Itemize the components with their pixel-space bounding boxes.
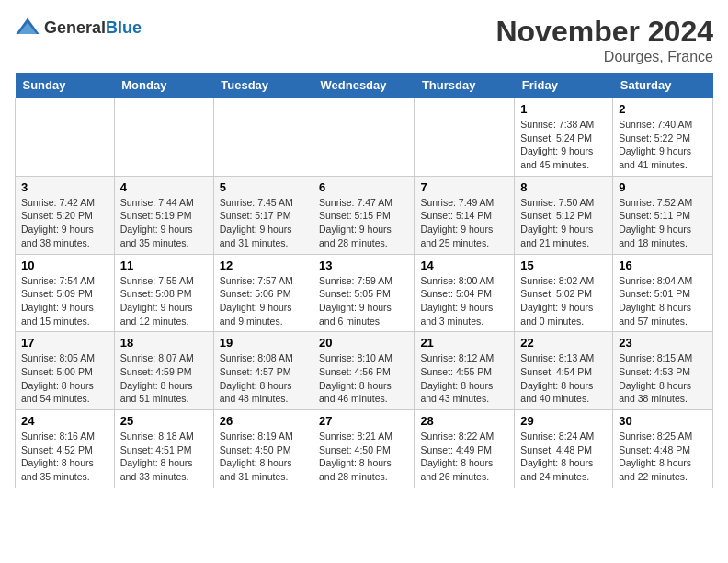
- day-number: 8: [520, 180, 607, 194]
- day-info: Sunrise: 8:10 AM Sunset: 4:56 PM Dayligh…: [319, 351, 408, 406]
- day-number: 29: [520, 414, 607, 428]
- title-section: November 2024 Dourges, France: [495, 15, 713, 65]
- day-cell: 28Sunrise: 8:22 AM Sunset: 4:49 PM Dayli…: [415, 410, 515, 488]
- day-info: Sunrise: 8:18 AM Sunset: 4:51 PM Dayligh…: [120, 430, 208, 484]
- day-info: Sunrise: 7:38 AM Sunset: 5:24 PM Dayligh…: [520, 118, 607, 172]
- day-info: Sunrise: 8:08 AM Sunset: 4:57 PM Dayligh…: [220, 351, 307, 406]
- logo-general: General: [44, 18, 106, 37]
- day-number: 17: [21, 336, 108, 350]
- day-info: Sunrise: 7:40 AM Sunset: 5:22 PM Dayligh…: [619, 118, 707, 172]
- day-cell: 2Sunrise: 7:40 AM Sunset: 5:22 PM Daylig…: [613, 98, 713, 177]
- day-info: Sunrise: 7:54 AM Sunset: 5:09 PM Dayligh…: [21, 274, 108, 328]
- day-number: 4: [120, 180, 208, 194]
- day-number: 11: [120, 259, 208, 272]
- day-cell: 22Sunrise: 8:13 AM Sunset: 4:54 PM Dayli…: [515, 332, 613, 410]
- day-number: 9: [619, 180, 707, 194]
- week-row-1: 1Sunrise: 7:38 AM Sunset: 5:24 PM Daylig…: [16, 98, 713, 177]
- day-info: Sunrise: 7:59 AM Sunset: 5:05 PM Dayligh…: [319, 274, 408, 328]
- day-info: Sunrise: 8:24 AM Sunset: 4:48 PM Dayligh…: [520, 430, 607, 484]
- day-cell: 17Sunrise: 8:05 AM Sunset: 5:00 PM Dayli…: [16, 332, 115, 410]
- day-number: 13: [319, 259, 408, 272]
- day-number: 22: [520, 336, 607, 350]
- day-info: Sunrise: 8:02 AM Sunset: 5:02 PM Dayligh…: [520, 274, 607, 328]
- day-info: Sunrise: 8:07 AM Sunset: 4:59 PM Dayligh…: [120, 351, 208, 406]
- day-info: Sunrise: 7:47 AM Sunset: 5:15 PM Dayligh…: [319, 196, 408, 250]
- day-cell: 25Sunrise: 8:18 AM Sunset: 4:51 PM Dayli…: [114, 410, 213, 488]
- day-info: Sunrise: 7:50 AM Sunset: 5:12 PM Dayligh…: [520, 196, 607, 250]
- week-row-5: 24Sunrise: 8:16 AM Sunset: 4:52 PM Dayli…: [16, 410, 713, 488]
- day-cell: 13Sunrise: 7:59 AM Sunset: 5:05 PM Dayli…: [313, 254, 415, 332]
- day-cell: 23Sunrise: 8:15 AM Sunset: 4:53 PM Dayli…: [613, 332, 713, 410]
- day-info: Sunrise: 8:22 AM Sunset: 4:49 PM Dayligh…: [420, 430, 508, 484]
- day-cell: 7Sunrise: 7:49 AM Sunset: 5:14 PM Daylig…: [415, 176, 515, 254]
- day-number: 12: [220, 259, 307, 272]
- day-info: Sunrise: 7:42 AM Sunset: 5:20 PM Dayligh…: [21, 196, 108, 250]
- week-row-3: 10Sunrise: 7:54 AM Sunset: 5:09 PM Dayli…: [16, 254, 713, 332]
- day-cell: 12Sunrise: 7:57 AM Sunset: 5:06 PM Dayli…: [213, 254, 313, 332]
- day-cell: 27Sunrise: 8:21 AM Sunset: 4:50 PM Dayli…: [313, 410, 415, 488]
- day-cell: 24Sunrise: 8:16 AM Sunset: 4:52 PM Dayli…: [16, 410, 115, 488]
- day-number: 25: [120, 414, 208, 428]
- day-cell: 18Sunrise: 8:07 AM Sunset: 4:59 PM Dayli…: [114, 332, 213, 410]
- day-number: 19: [220, 336, 307, 350]
- day-cell: 21Sunrise: 8:12 AM Sunset: 4:55 PM Dayli…: [415, 332, 515, 410]
- day-number: 28: [420, 414, 508, 428]
- calendar-table: Sunday Monday Tuesday Wednesday Thursday…: [15, 73, 713, 488]
- day-info: Sunrise: 7:49 AM Sunset: 5:14 PM Dayligh…: [420, 196, 508, 250]
- header-row: Sunday Monday Tuesday Wednesday Thursday…: [16, 73, 713, 98]
- week-row-4: 17Sunrise: 8:05 AM Sunset: 5:00 PM Dayli…: [16, 332, 713, 410]
- day-number: 26: [220, 414, 307, 428]
- day-cell: 6Sunrise: 7:47 AM Sunset: 5:15 PM Daylig…: [313, 176, 415, 254]
- day-number: 2: [619, 102, 707, 116]
- month-title: November 2024: [495, 15, 713, 49]
- day-info: Sunrise: 7:52 AM Sunset: 5:11 PM Dayligh…: [619, 196, 707, 250]
- day-cell: 29Sunrise: 8:24 AM Sunset: 4:48 PM Dayli…: [515, 410, 613, 488]
- day-info: Sunrise: 8:25 AM Sunset: 4:48 PM Dayligh…: [619, 430, 707, 484]
- week-row-2: 3Sunrise: 7:42 AM Sunset: 5:20 PM Daylig…: [16, 176, 713, 254]
- day-info: Sunrise: 7:45 AM Sunset: 5:17 PM Dayligh…: [220, 196, 307, 250]
- day-number: 20: [319, 336, 408, 350]
- day-info: Sunrise: 8:00 AM Sunset: 5:04 PM Dayligh…: [420, 274, 508, 328]
- day-cell: [213, 98, 313, 177]
- day-number: 27: [319, 414, 408, 428]
- day-number: 24: [21, 414, 108, 428]
- day-info: Sunrise: 8:21 AM Sunset: 4:50 PM Dayligh…: [319, 430, 408, 484]
- logo-icon: [15, 15, 40, 40]
- day-cell: 10Sunrise: 7:54 AM Sunset: 5:09 PM Dayli…: [16, 254, 115, 332]
- day-cell: 9Sunrise: 7:52 AM Sunset: 5:11 PM Daylig…: [613, 176, 713, 254]
- header-monday: Monday: [114, 73, 213, 98]
- day-info: Sunrise: 7:44 AM Sunset: 5:19 PM Dayligh…: [120, 196, 208, 250]
- day-cell: [16, 98, 115, 177]
- header-sunday: Sunday: [16, 73, 115, 98]
- day-number: 18: [120, 336, 208, 350]
- day-info: Sunrise: 8:12 AM Sunset: 4:55 PM Dayligh…: [420, 351, 508, 406]
- day-cell: [114, 98, 213, 177]
- day-cell: 20Sunrise: 8:10 AM Sunset: 4:56 PM Dayli…: [313, 332, 415, 410]
- day-number: 30: [619, 414, 707, 428]
- day-info: Sunrise: 8:15 AM Sunset: 4:53 PM Dayligh…: [619, 351, 707, 406]
- day-number: 14: [420, 259, 508, 272]
- day-info: Sunrise: 8:05 AM Sunset: 5:00 PM Dayligh…: [21, 351, 108, 406]
- day-cell: [415, 98, 515, 177]
- day-cell: 8Sunrise: 7:50 AM Sunset: 5:12 PM Daylig…: [515, 176, 613, 254]
- day-cell: [313, 98, 415, 177]
- day-info: Sunrise: 7:55 AM Sunset: 5:08 PM Dayligh…: [120, 274, 208, 328]
- header-thursday: Thursday: [415, 73, 515, 98]
- location: Dourges, France: [495, 49, 713, 65]
- day-number: 6: [319, 180, 408, 194]
- day-number: 5: [220, 180, 307, 194]
- day-cell: 3Sunrise: 7:42 AM Sunset: 5:20 PM Daylig…: [16, 176, 115, 254]
- day-cell: 1Sunrise: 7:38 AM Sunset: 5:24 PM Daylig…: [515, 98, 613, 177]
- day-cell: 26Sunrise: 8:19 AM Sunset: 4:50 PM Dayli…: [213, 410, 313, 488]
- day-number: 10: [21, 259, 108, 272]
- day-number: 16: [619, 259, 707, 272]
- day-info: Sunrise: 8:13 AM Sunset: 4:54 PM Dayligh…: [520, 351, 607, 406]
- day-number: 23: [619, 336, 707, 350]
- day-cell: 11Sunrise: 7:55 AM Sunset: 5:08 PM Dayli…: [114, 254, 213, 332]
- header-saturday: Saturday: [613, 73, 713, 98]
- logo: GeneralBlue: [15, 15, 142, 40]
- day-cell: 30Sunrise: 8:25 AM Sunset: 4:48 PM Dayli…: [613, 410, 713, 488]
- day-cell: 19Sunrise: 8:08 AM Sunset: 4:57 PM Dayli…: [213, 332, 313, 410]
- day-number: 21: [420, 336, 508, 350]
- day-cell: 4Sunrise: 7:44 AM Sunset: 5:19 PM Daylig…: [114, 176, 213, 254]
